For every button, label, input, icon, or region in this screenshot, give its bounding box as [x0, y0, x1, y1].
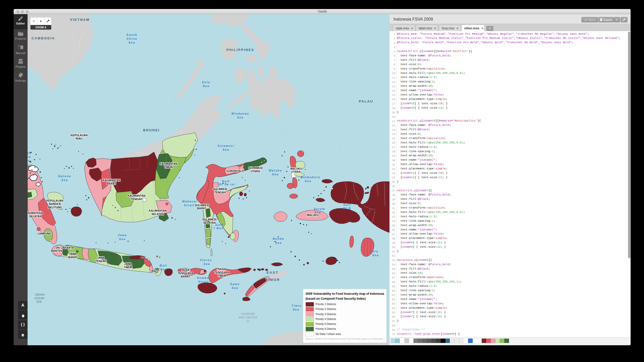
svg-text:BARAT: BARAT — [107, 182, 116, 185]
svg-text:China: China — [28, 155, 31, 158]
svg-text:Sea: Sea — [119, 237, 126, 240]
svg-text:CAMBODIA: CAMBODIA — [31, 36, 55, 40]
svg-text:China: China — [126, 37, 137, 40]
svg-text:INDIAN: INDIAN — [35, 293, 45, 296]
svg-text:KALIMANTAN: KALIMANTAN — [149, 209, 166, 212]
svg-text:MALUKU: MALUKU — [307, 213, 319, 217]
svg-text:ASHMORE: ASHMORE — [241, 313, 255, 315]
svg-text:KEPULAUAN: KEPULAUAN — [71, 134, 88, 137]
svg-text:Seram: Seram — [314, 207, 325, 210]
svg-text:Sea: Sea — [28, 159, 30, 162]
svg-text:Halmahera: Halmahera — [301, 176, 320, 179]
svg-text:BARAT: BARAT — [197, 207, 207, 210]
svg-text:NUSA: NUSA — [182, 268, 189, 271]
svg-text:South: South — [126, 33, 137, 36]
svg-text:BARAT: BARAT — [181, 275, 190, 278]
svg-text:BELITUNG: BELITUNG — [48, 206, 62, 209]
svg-text:Sulu: Sulu — [202, 81, 210, 84]
svg-text:JAWA: JAWA — [97, 256, 105, 259]
svg-text:BANGKA: BANGKA — [49, 202, 61, 205]
svg-text:Sulawesi: Sulawesi — [218, 144, 234, 147]
svg-text:Gulf: Gulf — [215, 223, 223, 226]
svg-text:TENGAH: TENGAH — [95, 260, 107, 263]
svg-text:LAMPUNG: LAMPUNG — [37, 232, 51, 235]
svg-text:TENGGARA: TENGGARA — [178, 272, 193, 275]
svg-text:AND CARTIER: AND CARTIER — [238, 316, 257, 319]
svg-text:Sea: Sea — [61, 178, 68, 182]
svg-text:BANTEN: BANTEN — [51, 249, 62, 252]
svg-text:Sea: Sea — [203, 84, 209, 88]
svg-text:EAST: EAST — [267, 271, 279, 274]
svg-text:Jawa: Jawa — [118, 234, 127, 237]
svg-text:SULAWESI: SULAWESI — [202, 218, 217, 221]
svg-text:Makasar: Makasar — [182, 200, 197, 203]
svg-text:BALI: BALI — [151, 269, 158, 272]
svg-text:DKI JAKARTA: DKI JAKARTA — [56, 246, 74, 249]
svg-text:NUSA: NUSA — [218, 268, 226, 271]
svg-text:Aru: Aru — [371, 250, 378, 253]
svg-text:VIETNAM: VIETNAM — [70, 18, 90, 22]
svg-text:KALIMANTAN: KALIMANTAN — [103, 179, 120, 182]
svg-text:JAWA: JAWA — [124, 262, 132, 265]
svg-text:Sea: Sea — [160, 268, 167, 271]
svg-text:Of To ini: Of To ini — [219, 183, 235, 186]
svg-text:Gulf: Gulf — [343, 203, 351, 206]
svg-text:Sea: Sea — [272, 173, 279, 176]
svg-text:Sea: Sea — [232, 286, 238, 289]
svg-text:JAWA: JAWA — [69, 252, 77, 255]
svg-text:IS.: IS. — [246, 320, 250, 323]
svg-text:PHILIPPINES: PHILIPPINES — [226, 48, 254, 52]
svg-text:f Bon: f Bon — [214, 227, 224, 230]
svg-text:Bali: Bali — [160, 264, 167, 267]
svg-text:GORONTALO: GORONTALO — [226, 169, 244, 173]
svg-text:Banda: Banda — [273, 237, 284, 240]
svg-text:KEPULAUAN: KEPULAUAN — [46, 199, 63, 202]
svg-text:TIMOR: TIMOR — [266, 278, 280, 282]
svg-text:Of B: Of B — [343, 207, 351, 210]
svg-text:Mindanao: Mindanao — [232, 112, 249, 115]
svg-text:SUMATERA: SUMATERA — [28, 211, 43, 214]
svg-text:Maluku: Maluku — [269, 169, 282, 172]
svg-text:SULAWESI: SULAWESI — [195, 204, 209, 207]
svg-text:KALIMANTAN: KALIMANTAN — [128, 194, 145, 197]
svg-text:SULAWESI: SULAWESI — [213, 187, 227, 191]
svg-text:MALUKU: MALUKU — [290, 167, 302, 170]
svg-text:UTARA: UTARA — [291, 170, 301, 173]
svg-text:Sea: Sea — [129, 41, 135, 44]
svg-text:Strait: Strait — [198, 280, 209, 283]
svg-text:TENGAH: TENGAH — [214, 191, 226, 194]
svg-text:Sea: Sea — [204, 262, 210, 265]
svg-text:PALAU: PALAU — [359, 99, 373, 103]
svg-text:SELATAN: SELATAN — [151, 212, 164, 216]
svg-text:SELATAN: SELATAN — [29, 215, 41, 218]
svg-text:Sumba: Sumba — [197, 276, 209, 279]
svg-text:TER.: TER. — [36, 300, 43, 303]
svg-text:RIAU: RIAU — [76, 137, 82, 140]
svg-text:SULAWESI: SULAWESI — [249, 166, 263, 169]
svg-text:BRUNEI: BRUNEI — [143, 128, 160, 132]
svg-text:Sea: Sea — [223, 148, 229, 151]
svg-text:Sawu: Sawu — [230, 282, 240, 286]
svg-text:TENGGARA: TENGGARA — [214, 271, 230, 274]
svg-text:TIMUR: TIMUR — [164, 166, 173, 169]
svg-text:TIMUR: TIMUR — [218, 274, 226, 277]
svg-text:Flores: Flores — [200, 258, 212, 262]
svg-text:TENGAH: TENGAH — [131, 197, 142, 201]
svg-text:Sea: Sea — [372, 254, 379, 257]
svg-text:OCEAN: OCEAN — [35, 297, 44, 300]
svg-text:Sea: Sea — [305, 179, 311, 183]
svg-text:UTARA: UTARA — [251, 170, 260, 173]
svg-text:Sea: Sea — [293, 308, 299, 311]
svg-text:SELATAN: SELATAN — [203, 221, 216, 224]
svg-text:Gulf: Gulf — [222, 180, 230, 183]
svg-text:Timor: Timor — [291, 304, 302, 307]
svg-text:BARAT: BARAT — [68, 256, 78, 259]
svg-text:Sea: Sea — [275, 241, 282, 244]
svg-text:KALIMANTAN: KALIMANTAN — [159, 162, 177, 165]
svg-text:TIMUR: TIMUR — [124, 266, 132, 269]
svg-text:Natuna: Natuna — [58, 175, 71, 178]
svg-text:Sea: Sea — [237, 116, 244, 119]
svg-text:Strait: Strait — [184, 204, 194, 207]
svg-text:South: South — [28, 151, 31, 154]
